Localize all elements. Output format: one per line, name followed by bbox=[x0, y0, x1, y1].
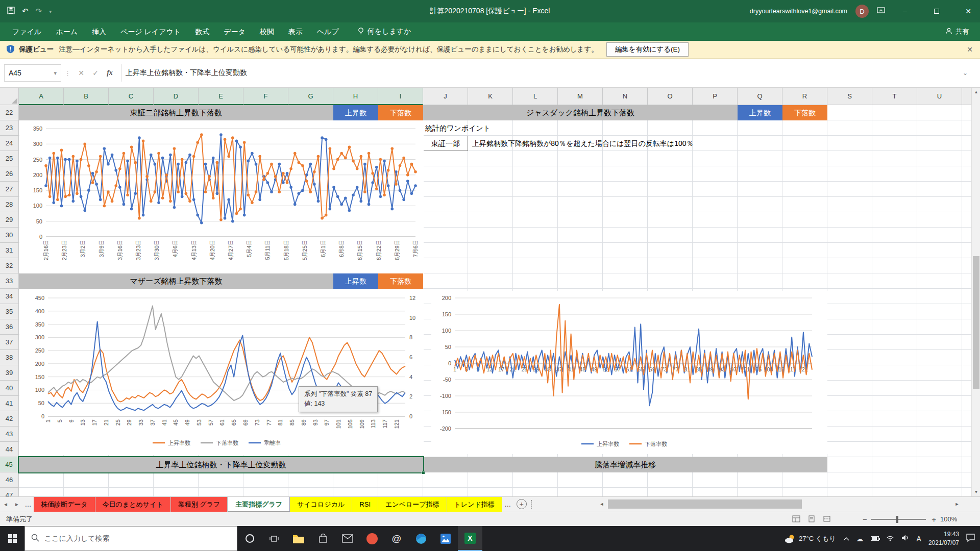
row-header-45[interactable]: 45 bbox=[0, 457, 19, 472]
row-header-28[interactable]: 28 bbox=[0, 197, 19, 212]
enable-editing-button[interactable]: 編集を有効にする(E) bbox=[606, 42, 689, 57]
chip-up-jasdaq[interactable]: 上昇数 bbox=[738, 105, 782, 120]
column-header-N[interactable]: N bbox=[603, 88, 648, 105]
insert-function-icon[interactable]: fx bbox=[103, 69, 117, 77]
row-header-32[interactable]: 32 bbox=[0, 258, 19, 273]
ribbon-tab-page-layout[interactable]: ページ レイアウト bbox=[113, 22, 188, 41]
zoom-slider-thumb[interactable] bbox=[896, 516, 898, 523]
normal-view-icon[interactable] bbox=[791, 514, 801, 523]
row-header-25[interactable]: 25 bbox=[0, 151, 19, 166]
column-header-G[interactable]: G bbox=[288, 88, 333, 105]
zoom-in-button[interactable]: ＋ bbox=[930, 512, 938, 526]
file-explorer-button[interactable] bbox=[286, 526, 311, 551]
tell-me-box[interactable]: 何をしますか bbox=[357, 27, 411, 37]
account-email[interactable]: dryyourtearswithlove1@gmail.com bbox=[750, 8, 847, 15]
row-header-34[interactable]: 34 bbox=[0, 289, 19, 304]
photos-button[interactable] bbox=[433, 526, 458, 551]
ribbon-tab-help[interactable]: ヘルプ bbox=[310, 22, 346, 41]
column-header-M[interactable]: M bbox=[558, 88, 603, 105]
column-header-D[interactable]: D bbox=[154, 88, 199, 105]
band-touraku-title[interactable]: 騰落率増減率推移 bbox=[423, 457, 827, 472]
formula-bar-splitter[interactable]: ⋮ bbox=[61, 69, 74, 77]
sheet-tab-industry-graph[interactable]: 業種別 グラフ bbox=[171, 497, 228, 512]
column-header-T[interactable]: T bbox=[872, 88, 917, 105]
browser-app-button[interactable] bbox=[360, 526, 384, 551]
hidden-icons-chevron[interactable] bbox=[843, 535, 849, 542]
row-header-35[interactable]: 35 bbox=[0, 304, 19, 319]
sheet-tab-stock-diagnosis[interactable]: 株価診断データ bbox=[34, 497, 95, 512]
column-header-F[interactable]: F bbox=[243, 88, 288, 105]
column-header-J[interactable]: J bbox=[423, 88, 468, 105]
ribbon-tab-insert[interactable]: 挿入 bbox=[85, 22, 113, 41]
cortana-button[interactable] bbox=[237, 526, 262, 551]
hscroll-right-icon[interactable]: ► bbox=[952, 497, 962, 511]
name-box-dropdown-icon[interactable]: ▾ bbox=[54, 70, 57, 77]
row-header-31[interactable]: 31 bbox=[0, 243, 19, 258]
row-header-33[interactable]: 33 bbox=[0, 273, 19, 289]
row-header-39[interactable]: 39 bbox=[0, 365, 19, 381]
ribbon-tab-view[interactable]: 表示 bbox=[281, 22, 310, 41]
name-box[interactable]: A45 ▾ bbox=[4, 64, 61, 82]
band-tosho2-title[interactable]: 東証二部銘柄上昇数下落数 bbox=[19, 105, 333, 120]
tab-splitter[interactable] bbox=[531, 500, 535, 509]
ribbon-tab-data[interactable]: データ bbox=[216, 22, 253, 41]
sheet-nav-left-icon[interactable]: ◄ bbox=[0, 497, 11, 512]
ribbon-tab-file[interactable]: ファイル bbox=[5, 22, 48, 41]
battery-icon[interactable] bbox=[871, 536, 879, 541]
enter-icon[interactable]: ✓ bbox=[88, 69, 103, 77]
chip-down-jasdaq[interactable]: 下落数 bbox=[782, 105, 827, 120]
row-header-24[interactable]: 24 bbox=[0, 136, 19, 151]
column-header-K[interactable]: K bbox=[468, 88, 513, 105]
column-header-S[interactable]: S bbox=[827, 88, 872, 105]
chart-tosho2[interactable]: 0501001502002503003502月16日2月23日3月2日3月9日3… bbox=[19, 120, 424, 273]
row-header-37[interactable]: 37 bbox=[0, 335, 19, 350]
row-header-23[interactable]: 23 bbox=[0, 120, 19, 136]
chart-mothers[interactable]: 0501001502002503003504004500246810121591… bbox=[19, 289, 424, 455]
zoom-out-button[interactable]: − bbox=[863, 512, 867, 526]
column-header-H[interactable]: H bbox=[333, 88, 378, 105]
note-title-cell[interactable]: 統計的ワンポイント bbox=[425, 120, 491, 136]
ribbon-tab-review[interactable]: 校閲 bbox=[253, 22, 281, 41]
row-header-27[interactable]: 27 bbox=[0, 182, 19, 197]
row-header-22[interactable]: 22 bbox=[0, 105, 19, 120]
close-button[interactable]: ✕ bbox=[957, 0, 980, 22]
row-header-44[interactable]: 44 bbox=[0, 442, 19, 457]
qat-customize-icon[interactable]: ▾ bbox=[49, 9, 52, 14]
scroll-down-icon[interactable]: ▼ bbox=[972, 488, 980, 496]
chart-touraku[interactable]: -200-150-100-500501001502001591317212529… bbox=[431, 291, 827, 454]
row-header-36[interactable]: 36 bbox=[0, 319, 19, 335]
fill-handle[interactable] bbox=[422, 471, 425, 474]
undo-icon[interactable]: ↶ bbox=[22, 7, 29, 16]
sheet-nav-right-icon[interactable]: ► bbox=[11, 497, 22, 512]
formula-input[interactable]: 上昇率上位銘柄数・下降率上位変動数 bbox=[126, 68, 963, 78]
network-icon[interactable] bbox=[886, 535, 894, 543]
row-header-42[interactable]: 42 bbox=[0, 411, 19, 427]
more-sheets-left[interactable]: … bbox=[22, 497, 34, 512]
page-layout-view-icon[interactable] bbox=[806, 514, 817, 523]
chip-down-tosho2[interactable]: 下落数 bbox=[378, 105, 423, 120]
page-break-view-icon[interactable] bbox=[822, 514, 832, 523]
vertical-scroll-thumb[interactable] bbox=[973, 256, 979, 389]
horizontal-scrollbar[interactable]: ◄ ► bbox=[597, 497, 962, 511]
weather-icon[interactable]: 27°C くもり bbox=[785, 534, 836, 543]
formula-bar-expand-icon[interactable]: ⌄ bbox=[963, 69, 980, 77]
row-header-46[interactable]: 46 bbox=[0, 472, 19, 488]
redo-icon[interactable]: ↷ bbox=[36, 7, 42, 16]
sheet-tab-rsi[interactable]: RSI bbox=[352, 497, 378, 512]
zoom-level-label[interactable]: 100% bbox=[940, 512, 957, 526]
sheet-tab-envelope[interactable]: エンベロープ指標 bbox=[378, 497, 447, 512]
row-header-38[interactable]: 38 bbox=[0, 350, 19, 365]
column-header-A[interactable]: A bbox=[19, 88, 64, 105]
taskbar-search-input[interactable]: ここに入力して検索 bbox=[24, 526, 237, 551]
select-all-corner[interactable] bbox=[0, 88, 19, 105]
ribbon-tab-home[interactable]: ホーム bbox=[48, 22, 85, 41]
column-header-R[interactable]: R bbox=[782, 88, 827, 105]
band-jasdaq-title[interactable]: ジャスダック銘柄上昇数下落数 bbox=[423, 105, 738, 120]
horizontal-scroll-thumb[interactable] bbox=[608, 499, 802, 509]
task-view-button[interactable] bbox=[262, 526, 286, 551]
chip-up-tosho2[interactable]: 上昇数 bbox=[333, 105, 378, 120]
more-sheets-right[interactable]: … bbox=[502, 497, 513, 512]
column-header-C[interactable]: C bbox=[109, 88, 154, 105]
start-button[interactable] bbox=[0, 526, 24, 551]
banner-close-icon[interactable]: ✕ bbox=[967, 45, 980, 54]
